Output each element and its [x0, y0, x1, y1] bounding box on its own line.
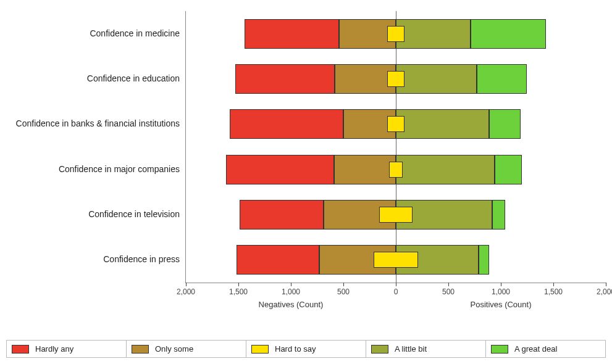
x-axis-title-positives: Positives (Count)	[471, 300, 532, 309]
legend-item-only-some: Only some	[127, 340, 246, 358]
bar-row	[186, 19, 606, 49]
bar-hard-to-say	[387, 116, 404, 132]
bar-hard-to-say	[387, 26, 405, 42]
category-label: Confidence in banks & financial institut…	[1, 118, 180, 128]
legend-item-a-great-deal: A great deal	[486, 340, 606, 358]
bar-a-little-bit	[396, 155, 495, 184]
x-tick	[501, 283, 501, 286]
bar-row	[186, 200, 606, 230]
legend-label: Hardly any	[35, 344, 73, 354]
swatch-only-some-icon	[132, 345, 149, 354]
category-label: Confidence in major companies	[1, 164, 180, 174]
bar-hard-to-say	[379, 207, 413, 223]
bar-hard-to-say	[374, 252, 417, 268]
legend-label: A great deal	[514, 344, 557, 354]
zero-axis-line	[396, 11, 396, 283]
category-label: Confidence in television	[1, 209, 180, 219]
category-label: Confidence in education	[1, 73, 180, 83]
x-tick	[606, 283, 606, 286]
bar-row	[186, 109, 606, 139]
legend-item-hard-to-say: Hard to say	[246, 340, 366, 358]
x-tick-label: 500	[442, 287, 455, 296]
bar-a-great-deal	[479, 245, 489, 275]
legend-item-hardly-any: Hardly any	[6, 340, 127, 358]
x-tick-label: 2,000	[177, 287, 195, 296]
category-label: Confidence in medicine	[1, 28, 180, 38]
legend-item-a-little-bit: A little bit	[366, 340, 486, 358]
x-tick	[553, 283, 554, 286]
x-tick	[238, 283, 239, 286]
x-tick	[343, 283, 344, 286]
x-tick	[186, 283, 187, 286]
bar-hardly-any	[240, 200, 324, 230]
bar-hardly-any	[226, 155, 334, 184]
x-tick-label: 1,000	[282, 287, 300, 296]
x-tick-label: 1,500	[544, 287, 563, 296]
x-axis-title-negatives: Negatives (Count)	[259, 300, 324, 309]
bar-a-great-deal	[492, 200, 505, 230]
bar-a-little-bit	[396, 19, 471, 49]
legend-label: Hard to say	[275, 344, 316, 354]
bar-hardly-any	[245, 19, 339, 49]
bar-only-some	[334, 155, 396, 184]
bar-hard-to-say	[389, 162, 403, 178]
x-tick-label: 2,000	[597, 287, 612, 296]
x-tick-label: 1,000	[492, 287, 510, 296]
bar-row	[186, 155, 606, 184]
bar-row	[186, 64, 606, 94]
bar-row	[186, 245, 606, 275]
x-tick	[396, 283, 396, 286]
bar-a-great-deal	[477, 64, 527, 94]
legend-label: Only some	[155, 344, 193, 354]
plot-area: 2,0001,5001,00050005001,0001,5002,000Neg…	[185, 11, 606, 283]
bar-a-great-deal	[495, 155, 522, 184]
swatch-hard-to-say-icon	[251, 345, 269, 354]
bar-hardly-any	[237, 245, 319, 275]
x-tick-label: 1,500	[229, 287, 248, 296]
bar-a-great-deal	[489, 109, 521, 139]
swatch-a-great-deal-icon	[491, 345, 508, 354]
chart-container: 2,0001,5001,00050005001,0001,5002,000Neg…	[0, 0, 612, 364]
x-tick-label: 0	[394, 287, 398, 296]
x-tick	[448, 283, 449, 286]
bar-hardly-any	[235, 64, 335, 94]
bar-a-little-bit	[396, 64, 477, 94]
x-tick-label: 500	[337, 287, 350, 296]
bar-a-great-deal	[471, 19, 546, 49]
x-tick	[291, 283, 291, 286]
legend-label: A little bit	[395, 344, 427, 354]
bar-hard-to-say	[387, 71, 405, 87]
legend: Hardly any Only some Hard to say A littl…	[6, 340, 606, 358]
bar-a-little-bit	[396, 109, 489, 139]
category-label: Confidence in press	[1, 254, 180, 264]
swatch-a-little-bit-icon	[371, 345, 388, 354]
swatch-hardly-any-icon	[12, 345, 29, 354]
bar-hardly-any	[230, 109, 343, 139]
